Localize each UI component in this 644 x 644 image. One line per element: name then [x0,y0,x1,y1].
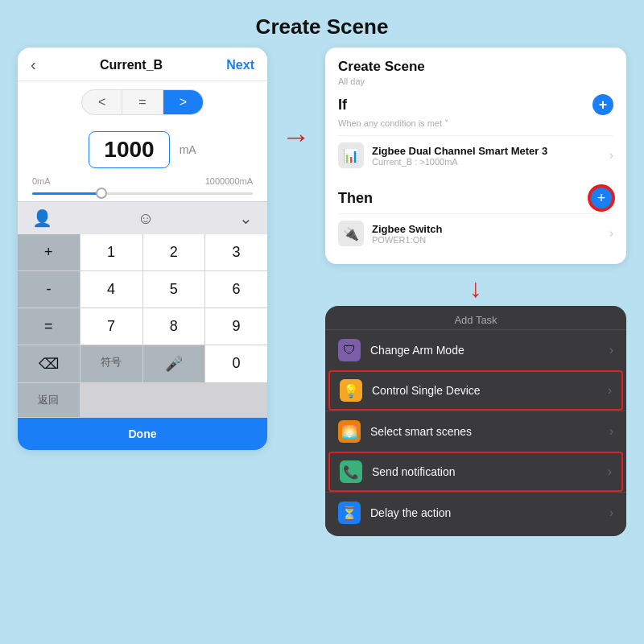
if-sublabel: When any condition is met ˅ [338,118,613,129]
slider-thumb[interactable] [96,188,107,199]
keyboard-toolbar: 👤 ☺ ⌄ [18,201,267,234]
range-row: 0mA 1000000mA [18,173,267,192]
key-8[interactable]: 8 [143,308,205,345]
then-item[interactable]: 🔌 Zigbee Switch POWER1:ON › [338,213,613,253]
if-add-button[interactable]: + [592,94,613,115]
scene-icon: 🌅 [338,420,361,443]
down-arrow-icon: ↓ [469,275,482,301]
shield-icon: 🛡 [338,339,361,361]
right-col: Create Scene All day If + When any condi… [325,47,626,536]
if-label: If [338,97,347,114]
scene-card: Create Scene All day If + When any condi… [325,47,626,264]
zigbee-meter-icon: 📊 [338,142,364,168]
if-section-header: If + [338,94,613,115]
task-item-control-device[interactable]: 💡 Control Single Device › [328,370,623,411]
phone-icon: 📞 [340,460,362,483]
key-return[interactable]: 返回 [18,383,80,417]
task-change-arm-label: Change Arm Mode [370,344,609,357]
slider-track[interactable] [18,192,267,201]
keys-grid: + 1 2 3 - 4 5 6 = 7 8 9 ⌫ 符号 🎤 0 返回 Done [18,234,267,450]
hourglass-icon: ⏳ [338,502,361,524]
emoji-icon[interactable]: ☺ [138,209,154,228]
then-item-chevron: › [609,226,613,241]
scene-card-subtitle: All day [338,76,613,86]
task-smart-scenes-chevron: › [609,424,613,439]
key-minus[interactable]: - [18,271,80,308]
add-task-card: Add Task 🛡 Change Arm Mode › 💡 Control S… [325,306,626,536]
comparator-equal[interactable]: = [122,89,163,115]
key-equal[interactable]: = [18,308,80,345]
task-delay-chevron: › [609,506,613,520]
key-symbol[interactable]: 符号 [80,345,142,382]
then-item-name: Zigbee Switch [372,223,609,235]
zigbee-switch-icon: 🔌 [338,221,364,246]
task-item-smart-scenes[interactable]: 🌅 Select smart scenes › [325,411,626,452]
comparator-greater[interactable]: > [163,89,204,115]
scene-card-title: Create Scene [338,59,613,75]
key-plus[interactable]: + [18,234,80,270]
back-button[interactable]: ‹ [31,56,36,74]
key-6[interactable]: 6 [205,271,267,308]
task-smart-scenes-label: Select smart scenes [370,425,609,438]
value-unit: mA [180,143,196,156]
if-item-sub: Current_B : >1000mA [372,157,609,167]
task-change-arm-chevron: › [609,343,613,357]
key-mic[interactable]: 🎤 [143,345,205,382]
task-send-notification-chevron: › [608,464,612,479]
then-item-sub: POWER1:ON [372,235,609,245]
value-input[interactable]: 1000 [89,131,169,168]
if-item-name: Zigbee Dual Channel Smart Meter 3 [372,145,609,157]
then-add-button[interactable]: + [589,186,613,210]
right-arrow-icon: → [282,120,311,154]
range-min: 0mA [32,176,51,186]
key-0[interactable]: 0 [205,345,267,382]
keyboard-header: ‹ Current_B Next [18,47,267,81]
task-item-send-notification[interactable]: 📞 Send notification › [328,452,623,492]
if-item-chevron: › [609,148,613,163]
task-control-device-label: Control Single Device [372,384,608,397]
then-label: Then [338,190,373,207]
key-2[interactable]: 2 [143,234,205,270]
key-backspace[interactable]: ⌫ [18,345,80,382]
done-button[interactable]: Done [18,418,267,450]
bulb-icon: 💡 [340,379,362,402]
value-display: 1000 mA [18,122,267,173]
task-delay-label: Delay the action [370,506,609,519]
key-1[interactable]: 1 [80,234,142,270]
key-5[interactable]: 5 [143,271,205,308]
then-section-header: Then + [338,186,613,210]
keyboard-title: Current_B [100,58,163,72]
comparator-less[interactable]: < [81,89,122,115]
key-7[interactable]: 7 [80,308,142,345]
task-control-device-chevron: › [608,383,612,398]
add-task-title: Add Task [325,314,626,326]
if-item[interactable]: 📊 Zigbee Dual Channel Smart Meter 3 Curr… [338,135,613,175]
chevron-down-icon[interactable]: ⌄ [239,208,253,228]
down-arrow-container: ↓ [325,275,626,301]
task-item-change-arm[interactable]: 🛡 Change Arm Mode › [325,329,626,370]
next-button[interactable]: Next [226,58,254,72]
comparator-row: < = > [18,81,267,122]
task-send-notification-label: Send notification [372,465,608,478]
key-4[interactable]: 4 [80,271,142,308]
person-icon[interactable]: 👤 [32,208,52,228]
task-item-delay[interactable]: ⏳ Delay the action › [325,492,626,533]
keyboard-panel: ‹ Current_B Next < = > 1000 mA 0mA 10000… [18,47,267,450]
page-title: Create Scene [0,0,644,47]
key-9[interactable]: 9 [205,308,267,345]
range-max: 1000000mA [205,176,253,186]
right-arrow-container: → [282,47,311,154]
key-3[interactable]: 3 [205,234,267,270]
